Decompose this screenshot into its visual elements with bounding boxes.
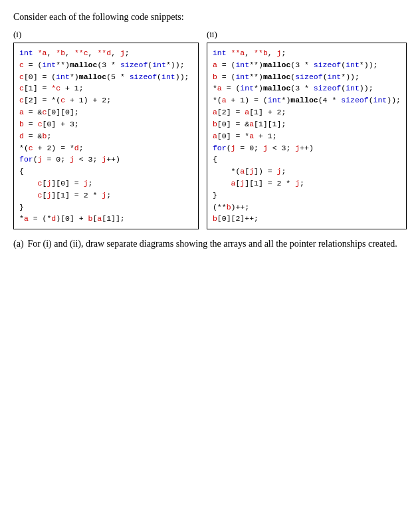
panel-i-label: (i) [13,29,199,40]
panel-ii-code: int **a, **b, j;a = (int**)malloc(3 * si… [207,43,407,229]
code-line: *(a + 1) = (int*)malloc(4 * sizeof(int))… [213,94,401,106]
code-line: int **a, **b, j; [213,47,401,59]
code-line: a[2] = a[1] + 2; [213,106,401,118]
code-line: { [213,154,401,166]
code-line: c[2] = *(c + 1) + 2; [19,94,193,106]
panel-ii-container: (ii) int **a, **b, j;a = (int**)malloc(3… [207,29,407,229]
code-line: *a = (int*)malloc(3 * sizeof(int)); [213,82,401,94]
question-a-label: (a) [13,239,24,249]
code-line: } [213,190,401,201]
code-line: a[j][1] = 2 * j; [213,178,401,190]
panel-i-container: (i) int *a, *b, **c, **d, j;c = (int**)m… [13,29,199,229]
question-a-text: For (i) and (ii), draw separate diagrams… [28,239,397,249]
code-line: c[0] = (int*)malloc(5 * sizeof(int)); [19,71,193,83]
code-line: a = (int**)malloc(3 * sizeof(int*)); [213,59,401,71]
code-line: for(j = 0; j < 3; j++) [213,142,401,154]
code-line: (**b)++; [213,201,401,213]
code-line: c[j][1] = 2 * j; [19,190,193,201]
intro-text: Consider each of the following code snip… [13,12,407,23]
code-line: int *a, *b, **c, **d, j; [19,47,193,59]
panel-i-code: int *a, *b, **c, **d, j;c = (int**)mallo… [13,43,199,229]
code-line: c[j][0] = j; [19,178,193,190]
code-panels: (i) int *a, *b, **c, **d, j;c = (int**)m… [13,29,407,229]
code-line: d = &b; [19,130,193,142]
code-line: { [19,166,193,178]
code-line: c = (int**)malloc(3 * sizeof(int*)); [19,59,193,71]
code-line: a[0] = *a + 1; [213,130,401,142]
code-line: c[1] = *c + 1; [19,82,193,94]
code-line: a = &c[0][0]; [19,106,193,118]
code-line: *a = (*d)[0] + b[a[1]]; [19,213,193,225]
code-line: for(j = 0; j < 3; j++) [19,154,193,166]
code-line: *(c + 2) = *d; [19,142,193,154]
code-line: b[0][2]++; [213,213,401,225]
question-a: (a) For (i) and (ii), draw separate diag… [13,239,407,249]
code-line: *(a[j]) = j; [213,166,401,178]
code-line: b[0] = &a[1][1]; [213,118,401,130]
code-line: b = c[0] + 3; [19,118,193,130]
code-line: } [19,201,193,213]
panel-ii-label: (ii) [207,29,407,40]
code-line: b = (int**)malloc(sizeof(int*)); [213,71,401,83]
